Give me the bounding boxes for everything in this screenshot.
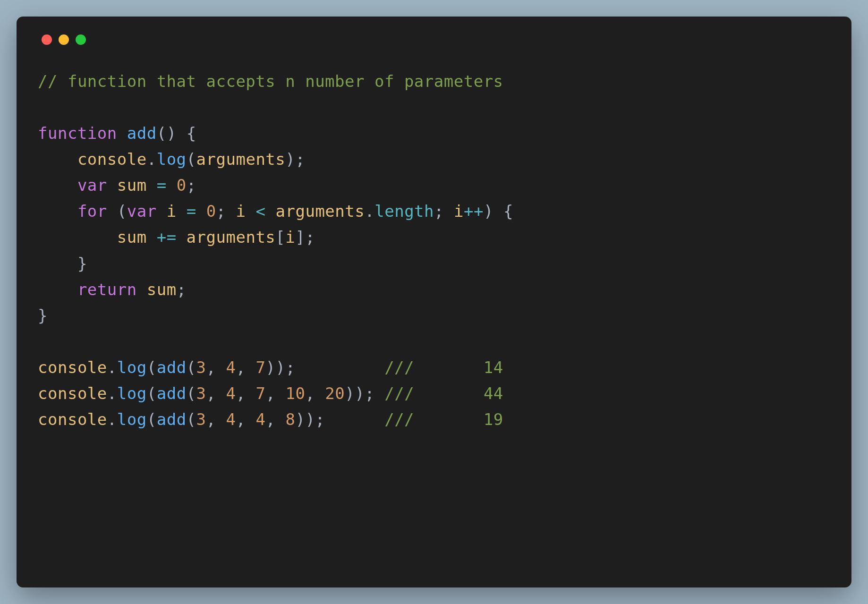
number: 10 [285,384,305,403]
dot: . [107,384,117,403]
paren-open: ( [187,358,196,377]
ident-console: console [77,150,147,169]
ident-i: i [236,202,246,221]
number: 7 [255,358,265,377]
semicolon: ; [365,384,374,403]
code-comment: /// 14 [384,358,503,377]
paren-close: ) [355,384,365,403]
prop-length: length [374,202,434,221]
comma: , [265,384,285,403]
code-window: // function that accepts n number of par… [17,17,851,587]
semicolon: ; [434,202,444,221]
call-add: add [157,358,187,377]
function-name: add [127,124,157,143]
paren-open: ( [157,124,167,143]
close-icon[interactable] [42,34,52,45]
comma: , [236,358,256,377]
dot: . [107,358,117,377]
method-log: log [157,150,187,169]
comma: , [236,410,256,429]
keyword-var: var [127,202,157,221]
ident-i: i [454,202,464,221]
paren-close: ) [295,410,305,429]
comma: , [236,384,256,403]
semicolon: ; [216,202,226,221]
paren-close: ) [167,124,177,143]
method-log: log [117,384,147,403]
brace-open: { [503,202,513,221]
keyword-function: function [38,124,117,143]
semicolon: ; [295,150,305,169]
op-assign: = [157,176,167,195]
keyword-var: var [77,176,107,195]
ident-console: console [38,410,107,429]
brace-close: } [38,306,48,325]
ident-arguments: arguments [276,202,365,221]
number: 8 [285,410,295,429]
number-zero: 0 [206,202,216,221]
traffic-lights [38,31,830,45]
comma: , [206,358,226,377]
bracket-open: [ [275,228,285,247]
number: 3 [196,384,206,403]
call-add: add [157,410,187,429]
comma: , [305,384,325,403]
paren-open: ( [117,202,127,221]
method-log: log [117,358,147,377]
op-assign: = [187,202,196,221]
ident-i: i [285,228,295,247]
ident-console: console [38,358,107,377]
ident-arguments: arguments [187,228,276,247]
comma: , [206,384,226,403]
number: 4 [226,410,236,429]
ident-console: console [38,384,107,403]
keyword-return: return [77,280,137,299]
brace-open: { [187,124,196,143]
paren-open: ( [187,150,196,169]
ident-sum: sum [117,228,147,247]
number: 20 [325,384,345,403]
number: 7 [255,384,265,403]
number: 3 [196,410,206,429]
paren-close: ) [345,384,355,403]
code-editor[interactable]: // function that accepts n number of par… [38,68,830,433]
keyword-for: for [77,202,107,221]
zoom-icon[interactable] [76,34,86,45]
code-comment: // function that accepts n number of par… [38,72,503,91]
semicolon: ; [177,280,187,299]
paren-close: ) [484,202,494,221]
number: 4 [226,358,236,377]
paren-close: ) [285,150,295,169]
paren-close: ) [265,358,275,377]
dot: . [147,150,157,169]
dot: . [365,202,374,221]
call-add: add [157,384,187,403]
comma: , [206,410,226,429]
paren-close: ) [305,410,315,429]
code-comment: /// 44 [384,384,503,403]
semicolon: ; [305,228,315,247]
paren-open: ( [147,384,157,403]
paren-open: ( [147,358,157,377]
brace-close: } [77,254,87,273]
paren-open: ( [187,384,196,403]
ident-sum: sum [117,176,147,195]
ident-i: i [167,202,177,221]
semicolon: ; [285,358,295,377]
ident-sum: sum [147,280,177,299]
paren-open: ( [187,410,196,429]
semicolon: ; [315,410,325,429]
minimize-icon[interactable] [59,34,69,45]
code-comment: /// 19 [384,410,503,429]
op-lt: < [256,202,266,221]
number: 4 [255,410,265,429]
comma: , [265,410,285,429]
method-log: log [117,410,147,429]
number-zero: 0 [177,176,187,195]
op-plus-assign: += [157,228,177,247]
op-inc: ++ [464,202,484,221]
paren-close: ) [275,358,285,377]
bracket-close: ] [295,228,305,247]
paren-open: ( [147,410,157,429]
semicolon: ; [187,176,196,195]
